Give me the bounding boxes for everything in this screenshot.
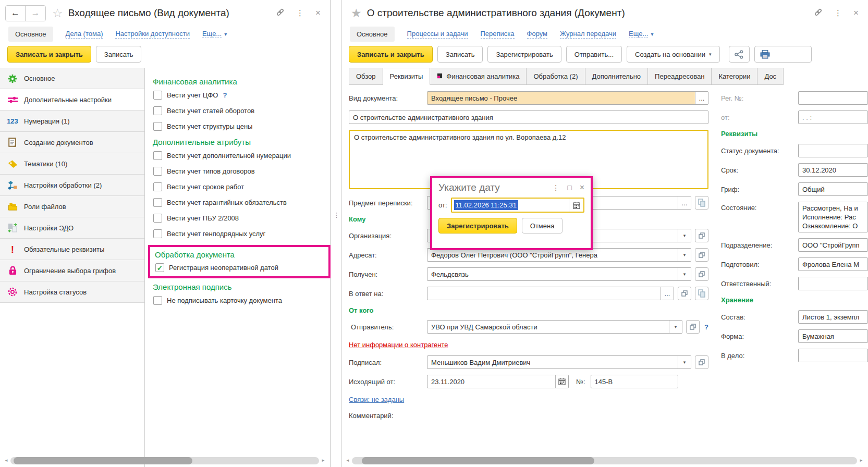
nav-more[interactable]: Еще...▾ [629,30,653,38]
create-based-on-button[interactable]: Создать на основании▾ [627,46,719,63]
scrollbar-thumb[interactable] [14,457,192,464]
checkbox-row[interactable]: Вести учет гарантийных обязательств [153,198,328,207]
checkbox[interactable] [153,167,162,176]
tab-categories[interactable]: Категории [712,68,757,85]
nav-more[interactable]: Еще...▾ [202,30,227,38]
nav-correspondence[interactable]: Переписка [481,30,515,39]
number-field[interactable]: 145-В [591,375,678,388]
signed-by-field[interactable]: Меньшиков Вадим Дмитриевич ▾ [427,355,691,369]
favorite-star-icon[interactable]: ☆ [52,6,63,20]
checkbox-row[interactable]: Не подписывать карточку документа [153,296,328,305]
window-splitter[interactable]: ⋮ [331,0,341,467]
tab-forwarded[interactable]: Переадресован [648,68,712,85]
sidebar-item-required-attributes[interactable]: ! Обязательные реквизиты [0,239,144,260]
dropdown-icon[interactable]: ▾ [678,356,691,368]
sidebar-item-main[interactable]: Основное [0,68,144,89]
register-button[interactable]: Зарегистрировать [438,218,517,233]
sender-value[interactable]: УВО при УВД Самарской области [427,321,669,333]
splitter-grip-icon[interactable]: ⋮ [333,213,340,218]
help-icon[interactable]: ? [223,91,227,99]
title-input[interactable]: О строительстве административного здания [349,110,708,124]
outgoing-date-field[interactable]: 23.11.2020 [427,375,569,388]
form-type-field[interactable]: Бумажная [798,329,868,343]
ellipsis-button[interactable]: ... [661,287,674,300]
checkbox-row[interactable]: Вести учет типов договоров [153,167,328,176]
nav-main[interactable]: Основное [8,27,53,42]
reg-number-field[interactable] [798,91,868,105]
link-icon[interactable] [814,8,823,18]
dropdown-icon[interactable]: ▾ [678,229,691,242]
sender-field[interactable]: УВО при УВД Самарской области ▾ [427,320,682,334]
received-value[interactable]: Фельдсвязь [427,268,678,280]
copy-button[interactable] [695,287,708,300]
more-menu-icon[interactable]: ⋮ [296,8,304,18]
sidebar-item-edo-settings[interactable]: Настройки ЭДО [0,217,144,239]
sidebar-item-additional-settings[interactable]: Дополнительные настройки [0,89,144,110]
open-button[interactable] [695,355,708,369]
checkbox[interactable] [153,91,162,100]
save-and-close-button[interactable]: Записать и закрыть [349,46,433,63]
dropdown-icon[interactable]: ▾ [669,321,682,333]
open-button[interactable] [686,320,700,334]
dropdown-icon[interactable]: ▾ [678,268,691,280]
close-icon[interactable]: × [580,183,584,192]
open-button[interactable] [695,267,708,281]
checkbox[interactable] [153,106,162,115]
doc-type-value[interactable]: Входящее письмо - Прочее [427,92,695,104]
calendar-icon[interactable] [569,199,583,212]
scroll-right-icon[interactable]: ► [859,458,863,463]
checkbox[interactable] [153,296,162,305]
date-value-selected[interactable]: 11.02.2026 11:25:31 [454,200,518,210]
nav-transfer-log[interactable]: Журнал передачи [560,30,616,39]
checkbox-row[interactable]: Вести учет ПБУ 2/2008 [153,214,328,223]
calendar-icon[interactable] [555,375,568,388]
nav-cases[interactable]: Дела (тома) [66,30,103,39]
checkbox-row[interactable]: Вести учет сроков работ [153,182,328,191]
forward-button[interactable]: → [26,6,45,21]
links-link[interactable]: Связи: не заданы [349,396,404,403]
close-icon[interactable]: × [853,8,859,18]
sidebar-item-numbering[interactable]: 123 Нумерация (1) [0,110,144,132]
due-date-field[interactable]: 30.12.2020 [798,163,868,177]
nav-processes[interactable]: Процессы и задачи [407,30,468,39]
nav-access-settings[interactable]: Настройки доступности [115,30,189,39]
maximize-icon[interactable]: □ [567,183,571,192]
sidebar-item-document-creation[interactable]: Создание документов [0,132,144,153]
more-menu-icon[interactable]: ⋮ [834,8,842,18]
share-button[interactable] [729,46,750,63]
sidebar-item-grif-restriction[interactable]: Ограничение выбора грифов [0,260,144,281]
save-button[interactable]: Записать [96,46,142,63]
reply-to-field[interactable]: ... [427,287,674,300]
checkbox-row[interactable]: Вести учет статей оборотов [153,106,328,115]
checkbox-row[interactable]: Вести учет ЦФО ? [153,91,328,100]
more-menu-icon[interactable]: ⋮ [552,183,559,192]
tab-financial-analytics[interactable]: Финансовая аналитика [430,68,527,85]
checkbox-row[interactable]: Вести учет структуры цены [153,122,328,131]
responsible-field[interactable] [798,277,868,290]
doc-type-field[interactable]: Входящее письмо - Прочее ... [427,91,708,105]
reply-to-value[interactable] [427,287,661,300]
composition-field[interactable]: Листов 1, экземпл [798,310,868,324]
checkbox[interactable] [153,198,162,207]
tab-overview[interactable]: Обзор [349,68,383,85]
tab-processing[interactable]: Обработка (2) [527,68,585,85]
tab-additional[interactable]: Дополнительно [585,68,649,85]
checkbox[interactable] [153,229,162,238]
copy-button[interactable] [695,196,708,210]
sidebar-item-status-settings[interactable]: Настройка статусов [0,281,144,303]
checkbox-row[interactable]: ✓ Регистрация неоперативной датой [155,263,324,272]
nav-main[interactable]: Основное [350,27,395,42]
outgoing-date-value[interactable]: 23.11.2020 [427,375,555,388]
checkbox-row[interactable]: Вести учет дополнительной нумерации [153,151,328,160]
save-and-close-button[interactable]: Записать и закрыть [7,46,91,63]
horizontal-scrollbar[interactable]: ◄ ► [346,457,863,464]
scrollbar-track[interactable] [352,457,857,464]
cancel-button[interactable]: Отмена [522,218,563,233]
open-button[interactable] [678,287,691,300]
ellipsis-button[interactable]: ... [678,196,691,209]
tab-access[interactable]: Дос [757,68,784,85]
department-field[interactable]: ООО "СтройГрупп [798,238,868,252]
signed-by-value[interactable]: Меньшиков Вадим Дмитриевич [427,356,678,368]
case-field[interactable] [798,349,868,362]
checkbox[interactable] [153,182,162,191]
